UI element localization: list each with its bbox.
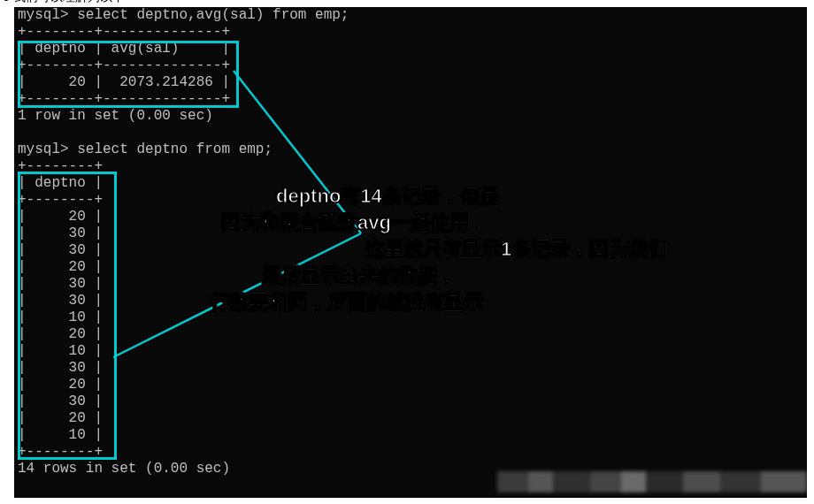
- annot-line-5: 行数要相同，后面的就没有显示: [211, 290, 483, 315]
- table-row: | 20 |: [14, 377, 807, 393]
- q1-border-mid: +--------+--------------+: [14, 57, 807, 74]
- terminal-window: mysql> select deptno,avg(sal) from emp; …: [14, 7, 807, 498]
- annot-line-2: 因为和聚合函数avg一起使用，: [221, 210, 488, 235]
- annot-line-3: 这里就只有显示1条记录，因为我们: [365, 237, 667, 262]
- q2-border-bot: +--------+: [14, 444, 807, 461]
- query1-line: mysql> select deptno,avg(sal) from emp;: [14, 7, 807, 24]
- query1-cmd: select deptno,avg(sal) from emp;: [69, 7, 349, 23]
- bottom-blur-strip: [497, 471, 807, 493]
- cropped-text-above: J 我们可以理解为以下: [0, 0, 128, 5]
- blank-line-1: [14, 125, 807, 141]
- mysql-prompt: mysql>: [18, 141, 69, 157]
- q1-status: 1 row in set (0.00 sec): [14, 108, 807, 125]
- q2-border-top: +--------+: [14, 158, 807, 175]
- q1-border-bot: +--------+--------------+: [14, 91, 807, 108]
- q1-border-top: +--------+--------------+: [14, 24, 807, 41]
- q1-row: | 20 | 2073.214286 |: [14, 74, 807, 91]
- query2-cmd: select deptno from emp;: [69, 141, 273, 157]
- table-row: | 10 |: [14, 343, 807, 360]
- annot-line-4: 最后显示出来的数据，: [262, 263, 457, 288]
- annot-line-1: deptno有14条记录，但是: [276, 184, 499, 209]
- q1-header: | deptno | avg(sal) |: [14, 41, 807, 57]
- mysql-prompt: mysql>: [18, 7, 69, 23]
- table-row: | 20 |: [14, 326, 807, 343]
- query2-line: mysql> select deptno from emp;: [14, 141, 807, 158]
- table-row: | 10 |: [14, 427, 807, 444]
- table-row: | 30 |: [14, 360, 807, 377]
- table-row: | 30 |: [14, 393, 807, 410]
- table-row: | 20 |: [14, 410, 807, 427]
